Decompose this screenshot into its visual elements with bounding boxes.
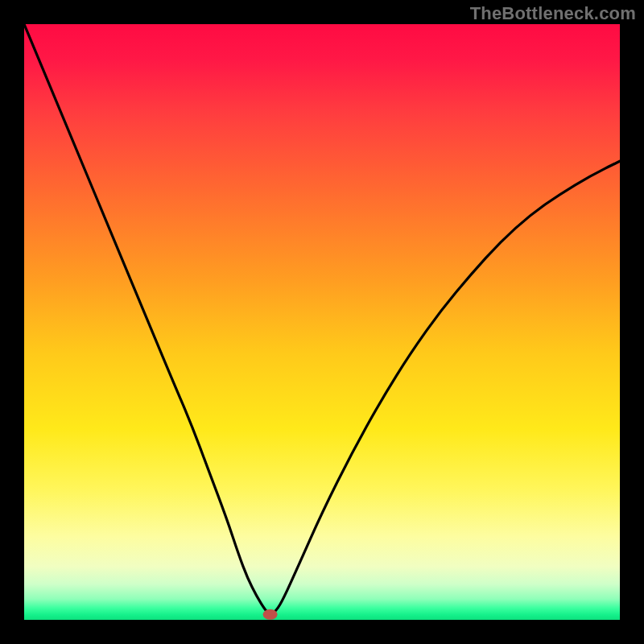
curve-path [24,24,620,613]
minimum-marker [263,609,278,620]
chart-frame: TheBottleneck.com [0,0,644,644]
watermark-label: TheBottleneck.com [470,3,636,24]
plot-area [24,24,620,620]
bottleneck-curve [24,24,620,620]
